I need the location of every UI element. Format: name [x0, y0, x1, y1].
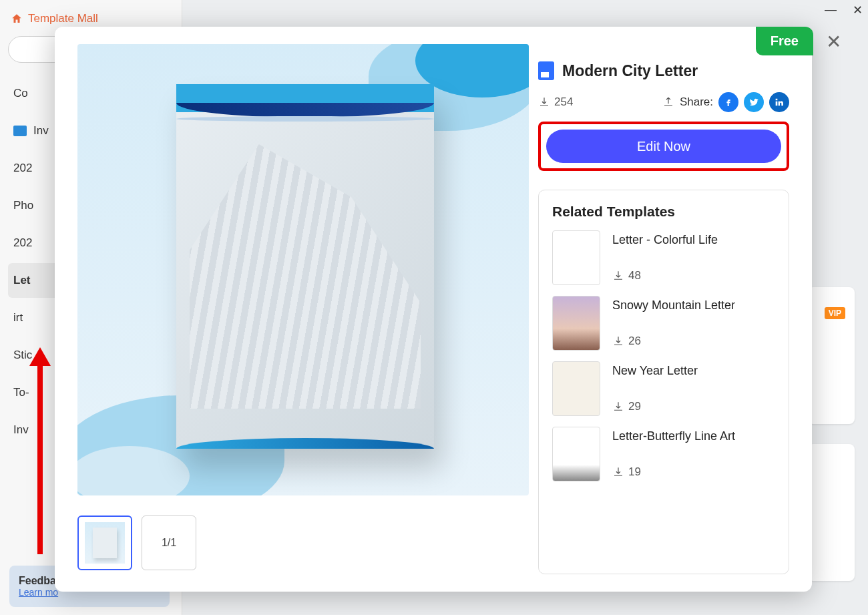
background-cards: [808, 287, 855, 581]
related-downloads: 19: [612, 465, 735, 479]
thumbnail-row: 1/1: [77, 516, 529, 570]
related-thumb: [552, 427, 600, 481]
related-name: Letter - Colorful Life: [612, 233, 718, 247]
title-row: Modern City Letter: [538, 61, 789, 80]
close-window-button[interactable]: ✕: [853, 3, 863, 17]
related-name: New Year Letter: [612, 364, 698, 378]
related-item-1[interactable]: Snowy Mountain Letter 26: [552, 296, 775, 351]
edit-highlight-box: Edit Now: [538, 122, 789, 171]
share-group: Share:: [662, 92, 789, 112]
download-icon: [612, 335, 624, 347]
home-icon: [11, 13, 23, 25]
related-item-0[interactable]: Letter - Colorful Life 48: [552, 230, 775, 285]
linkedin-icon[interactable]: [769, 92, 789, 112]
close-modal-button[interactable]: ✕: [826, 31, 841, 53]
app-title: Template Mall: [28, 12, 98, 25]
facebook-icon[interactable]: [718, 92, 738, 112]
template-detail-modal: 1/1 Modern City Letter 254 Share: Edit N…: [55, 27, 812, 592]
document-mock: [176, 84, 434, 449]
share-icon: [662, 96, 674, 108]
download-count: 254: [538, 95, 573, 109]
share-label: Share:: [680, 95, 713, 109]
free-badge: Free: [756, 27, 813, 55]
document-icon: [538, 61, 554, 80]
vip-badge: VIP: [825, 307, 845, 319]
page-indicator: 1/1: [142, 516, 196, 570]
tag-icon: [13, 126, 27, 136]
related-item-2[interactable]: New Year Letter 29: [552, 361, 775, 416]
app-title-row[interactable]: Template Mall: [11, 12, 174, 25]
preview-column: 1/1: [55, 27, 529, 592]
window-controls: — ✕: [825, 3, 863, 17]
related-thumb: [552, 361, 600, 416]
download-icon: [538, 96, 550, 108]
related-thumb: [552, 296, 600, 351]
info-column: Modern City Letter 254 Share: Edit Now R…: [529, 27, 812, 592]
meta-row: 254 Share:: [538, 92, 789, 112]
related-downloads: 29: [612, 400, 698, 413]
related-name: Snowy Mountain Letter: [612, 298, 735, 313]
twitter-icon[interactable]: [744, 92, 764, 112]
related-heading: Related Templates: [552, 204, 775, 220]
minimize-button[interactable]: —: [825, 3, 837, 17]
related-templates: Related Templates Letter - Colorful Life…: [538, 190, 789, 574]
edit-now-button[interactable]: Edit Now: [546, 130, 781, 163]
related-item-4[interactable]: [552, 492, 775, 500]
template-preview: [77, 44, 529, 495]
related-thumb: [552, 230, 600, 285]
related-item-3[interactable]: Letter-Butterfly Line Art 19: [552, 427, 775, 481]
download-icon: [612, 401, 624, 413]
related-downloads: 26: [612, 335, 735, 348]
template-title: Modern City Letter: [562, 62, 698, 80]
thumbnail-1[interactable]: [77, 516, 132, 570]
related-downloads: 48: [612, 269, 718, 282]
download-icon: [612, 466, 624, 478]
related-thumb: [552, 492, 600, 500]
related-name: Letter-Butterfly Line Art: [612, 429, 735, 443]
bg-card: [808, 444, 855, 581]
download-icon: [612, 270, 624, 282]
